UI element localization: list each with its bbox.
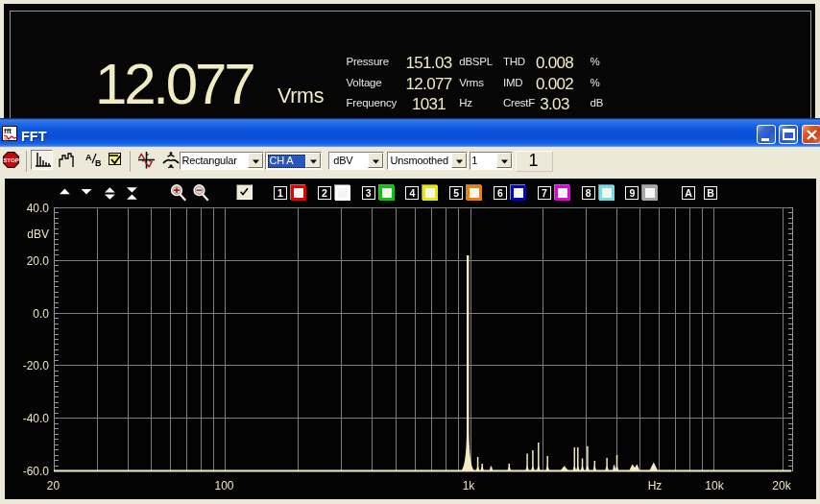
svg-text:%: % [591,56,600,67]
svg-text:dB: dB [591,97,604,108]
svg-text:%: % [591,77,600,88]
svg-text:151.03: 151.03 [406,54,452,72]
svg-text:Frequency: Frequency [347,97,398,108]
svg-text:1: 1 [471,155,477,166]
svg-text:IMD: IMD [503,77,522,88]
svg-text:20.0: 20.0 [27,254,50,268]
svg-text:FFT: FFT [21,129,47,144]
svg-text:-60.0: -60.0 [23,465,50,478]
svg-text:dBV: dBV [333,155,353,166]
svg-text:3.03: 3.03 [540,95,569,113]
svg-text:0.0: 0.0 [33,307,49,321]
svg-text:20: 20 [47,479,60,492]
svg-text:Vrms: Vrms [459,77,484,88]
svg-text:Unsmoothed: Unsmoothed [391,155,448,166]
svg-text:Hz: Hz [648,479,663,492]
svg-text:dBSPL: dBSPL [459,56,494,67]
svg-text:1k: 1k [463,479,476,492]
svg-text:CH A: CH A [270,155,295,166]
svg-text:CrestF: CrestF [503,97,535,108]
svg-text:Rectangular: Rectangular [182,155,238,166]
svg-text:Pressure: Pressure [347,56,389,67]
svg-text:Voltage: Voltage [347,77,382,88]
svg-text:1: 1 [529,151,539,170]
svg-text:1031: 1031 [412,95,446,113]
svg-text:40.0: 40.0 [27,202,50,215]
svg-text:-20.0: -20.0 [23,359,50,372]
svg-text:0.008: 0.008 [536,54,573,72]
svg-text:20k: 20k [772,479,791,492]
svg-text:-40.0: -40.0 [23,412,50,425]
svg-text:12.077: 12.077 [406,75,452,93]
svg-text:THD: THD [503,56,525,67]
svg-text:Vrms: Vrms [277,84,324,108]
svg-text:dBV: dBV [27,228,49,241]
svg-text:100: 100 [214,479,233,492]
svg-text:12.077: 12.077 [95,52,253,116]
svg-text:10k: 10k [705,479,724,492]
svg-text:Hz: Hz [459,97,472,108]
svg-text:0.002: 0.002 [536,75,573,93]
